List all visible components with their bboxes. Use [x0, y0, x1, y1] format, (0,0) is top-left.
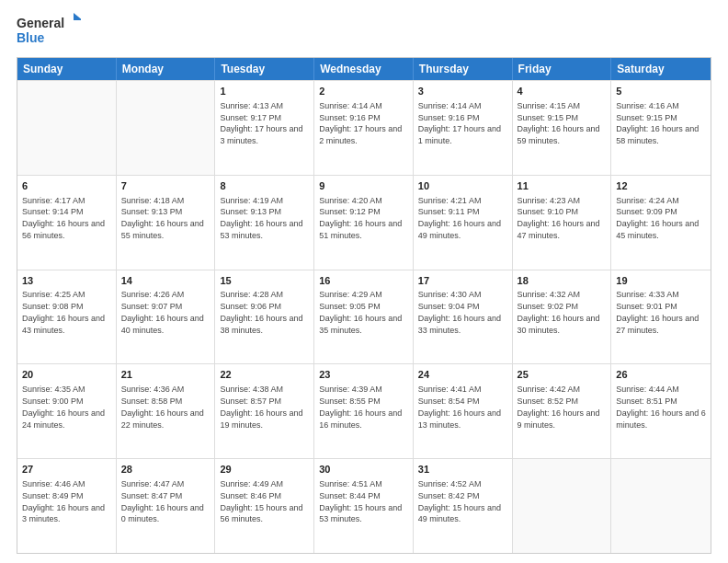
header-friday: Friday: [513, 58, 612, 80]
day-number: 2: [319, 85, 408, 98]
cell-info: Sunrise: 4:30 AMSunset: 9:04 PMDaylight:…: [418, 290, 501, 334]
day-number: 10: [418, 179, 507, 193]
cell-info: Sunrise: 4:24 AMSunset: 9:09 PMDaylight:…: [616, 196, 699, 240]
calendar-cell-3-3: 23Sunrise: 4:39 AMSunset: 8:55 PMDayligh…: [314, 364, 414, 458]
cell-info: Sunrise: 4:36 AMSunset: 8:58 PMDaylight:…: [121, 385, 204, 429]
calendar-cell-0-1: [117, 81, 216, 175]
cell-info: Sunrise: 4:14 AMSunset: 9:16 PMDaylight:…: [418, 101, 501, 145]
day-number: 17: [418, 274, 507, 288]
day-number: 19: [616, 274, 706, 288]
day-number: 14: [121, 274, 210, 288]
day-number: 24: [418, 368, 507, 382]
cell-info: Sunrise: 4:20 AMSunset: 9:12 PMDaylight:…: [319, 196, 402, 240]
calendar-cell-1-5: 11Sunrise: 4:23 AMSunset: 9:10 PMDayligh…: [513, 176, 612, 270]
calendar-cell-0-5: 4Sunrise: 4:15 AMSunset: 9:15 PMDaylight…: [513, 81, 612, 175]
calendar-cell-2-3: 16Sunrise: 4:29 AMSunset: 9:05 PMDayligh…: [314, 270, 414, 364]
cell-info: Sunrise: 4:14 AMSunset: 9:16 PMDaylight:…: [319, 101, 402, 145]
cell-info: Sunrise: 4:44 AMSunset: 8:51 PMDaylight:…: [616, 385, 706, 429]
calendar-cell-2-2: 15Sunrise: 4:28 AMSunset: 9:06 PMDayligh…: [215, 270, 314, 364]
day-number: 8: [220, 179, 309, 193]
cell-info: Sunrise: 4:16 AMSunset: 9:15 PMDaylight:…: [616, 101, 699, 145]
day-number: 6: [22, 179, 111, 193]
calendar-cell-0-0: [17, 81, 117, 175]
day-number: 1: [220, 85, 309, 98]
cell-info: Sunrise: 4:13 AMSunset: 9:17 PMDaylight:…: [220, 101, 302, 145]
calendar-cell-2-0: 13Sunrise: 4:25 AMSunset: 9:08 PMDayligh…: [17, 270, 117, 364]
page: General Blue Sunday Monday Tuesday Wedne…: [0, 0, 728, 563]
day-number: 25: [518, 368, 607, 382]
header-saturday: Saturday: [611, 58, 711, 80]
day-number: 3: [418, 85, 507, 98]
header-tuesday: Tuesday: [215, 58, 314, 80]
day-number: 26: [616, 368, 706, 382]
day-number: 11: [518, 179, 607, 193]
calendar-cell-4-4: 31Sunrise: 4:52 AMSunset: 8:42 PMDayligh…: [414, 459, 513, 553]
cell-info: Sunrise: 4:21 AMSunset: 9:11 PMDaylight:…: [418, 196, 501, 240]
day-number: 31: [418, 463, 507, 477]
calendar-cell-0-2: 1Sunrise: 4:13 AMSunset: 9:17 PMDaylight…: [215, 81, 314, 175]
logo: General Blue: [17, 13, 81, 50]
calendar-cell-4-5: [513, 459, 612, 553]
cell-info: Sunrise: 4:26 AMSunset: 9:07 PMDaylight:…: [121, 290, 204, 334]
calendar-cell-1-1: 7Sunrise: 4:18 AMSunset: 9:13 PMDaylight…: [117, 176, 216, 270]
svg-marker-2: [74, 13, 81, 20]
calendar-cell-0-6: 5Sunrise: 4:16 AMSunset: 9:15 PMDaylight…: [611, 81, 711, 175]
cell-info: Sunrise: 4:23 AMSunset: 9:10 PMDaylight:…: [518, 196, 600, 240]
calendar-cell-1-6: 12Sunrise: 4:24 AMSunset: 9:09 PMDayligh…: [611, 176, 711, 270]
day-number: 29: [220, 463, 309, 477]
calendar-cell-0-3: 2Sunrise: 4:14 AMSunset: 9:16 PMDaylight…: [314, 81, 414, 175]
day-number: 13: [22, 274, 111, 288]
calendar-cell-4-2: 29Sunrise: 4:49 AMSunset: 8:46 PMDayligh…: [215, 459, 314, 553]
cell-info: Sunrise: 4:32 AMSunset: 9:02 PMDaylight:…: [518, 290, 600, 334]
calendar-cell-2-1: 14Sunrise: 4:26 AMSunset: 9:07 PMDayligh…: [117, 270, 216, 364]
header-wednesday: Wednesday: [314, 58, 414, 80]
day-number: 12: [616, 179, 706, 193]
calendar-cell-4-0: 27Sunrise: 4:46 AMSunset: 8:49 PMDayligh…: [17, 459, 117, 553]
day-number: 5: [616, 85, 706, 98]
day-number: 28: [121, 463, 210, 477]
calendar-cell-3-6: 26Sunrise: 4:44 AMSunset: 8:51 PMDayligh…: [611, 364, 711, 458]
day-number: 18: [518, 274, 607, 288]
calendar-cell-3-0: 20Sunrise: 4:35 AMSunset: 9:00 PMDayligh…: [17, 364, 117, 458]
calendar-cell-1-4: 10Sunrise: 4:21 AMSunset: 9:11 PMDayligh…: [414, 176, 513, 270]
cell-info: Sunrise: 4:52 AMSunset: 8:42 PMDaylight:…: [418, 479, 501, 523]
cell-info: Sunrise: 4:33 AMSunset: 9:01 PMDaylight:…: [616, 290, 699, 334]
day-number: 21: [121, 368, 210, 382]
calendar-row-2: 13Sunrise: 4:25 AMSunset: 9:08 PMDayligh…: [17, 270, 711, 364]
cell-info: Sunrise: 4:39 AMSunset: 8:55 PMDaylight:…: [319, 385, 402, 429]
logo-svg: General Blue: [17, 13, 81, 50]
calendar-cell-3-2: 22Sunrise: 4:38 AMSunset: 8:57 PMDayligh…: [215, 364, 314, 458]
calendar-cell-2-6: 19Sunrise: 4:33 AMSunset: 9:01 PMDayligh…: [611, 270, 711, 364]
cell-info: Sunrise: 4:17 AMSunset: 9:14 PMDaylight:…: [22, 196, 105, 240]
calendar-row-1: 6Sunrise: 4:17 AMSunset: 9:14 PMDaylight…: [17, 175, 711, 270]
cell-info: Sunrise: 4:46 AMSunset: 8:49 PMDaylight:…: [22, 479, 105, 523]
cell-info: Sunrise: 4:49 AMSunset: 8:46 PMDaylight:…: [220, 479, 302, 523]
day-number: 4: [518, 85, 607, 98]
day-number: 27: [22, 463, 111, 477]
cell-info: Sunrise: 4:25 AMSunset: 9:08 PMDaylight:…: [22, 290, 105, 334]
svg-text:Blue: Blue: [17, 30, 45, 45]
header-thursday: Thursday: [414, 58, 513, 80]
day-number: 20: [22, 368, 111, 382]
calendar-row-4: 27Sunrise: 4:46 AMSunset: 8:49 PMDayligh…: [17, 458, 711, 553]
cell-info: Sunrise: 4:15 AMSunset: 9:15 PMDaylight:…: [518, 101, 600, 145]
day-number: 30: [319, 463, 408, 477]
cell-info: Sunrise: 4:18 AMSunset: 9:13 PMDaylight:…: [121, 196, 204, 240]
calendar-cell-4-1: 28Sunrise: 4:47 AMSunset: 8:47 PMDayligh…: [117, 459, 216, 553]
day-number: 9: [319, 179, 408, 193]
calendar-cell-1-3: 9Sunrise: 4:20 AMSunset: 9:12 PMDaylight…: [314, 176, 414, 270]
calendar-cell-3-5: 25Sunrise: 4:42 AMSunset: 8:52 PMDayligh…: [513, 364, 612, 458]
header-sunday: Sunday: [17, 58, 117, 80]
calendar-cell-2-5: 18Sunrise: 4:32 AMSunset: 9:02 PMDayligh…: [513, 270, 612, 364]
day-number: 15: [220, 274, 309, 288]
svg-text:General: General: [17, 16, 64, 30]
day-number: 22: [220, 368, 309, 382]
cell-info: Sunrise: 4:42 AMSunset: 8:52 PMDaylight:…: [518, 385, 600, 429]
header: General Blue: [17, 13, 711, 50]
cell-info: Sunrise: 4:51 AMSunset: 8:44 PMDaylight:…: [319, 479, 402, 523]
calendar-cell-1-0: 6Sunrise: 4:17 AMSunset: 9:14 PMDaylight…: [17, 176, 117, 270]
calendar-cell-1-2: 8Sunrise: 4:19 AMSunset: 9:13 PMDaylight…: [215, 176, 314, 270]
calendar-row-0: 1Sunrise: 4:13 AMSunset: 9:17 PMDaylight…: [17, 80, 711, 175]
cell-info: Sunrise: 4:19 AMSunset: 9:13 PMDaylight:…: [220, 196, 302, 240]
calendar-cell-0-4: 3Sunrise: 4:14 AMSunset: 9:16 PMDaylight…: [414, 81, 513, 175]
